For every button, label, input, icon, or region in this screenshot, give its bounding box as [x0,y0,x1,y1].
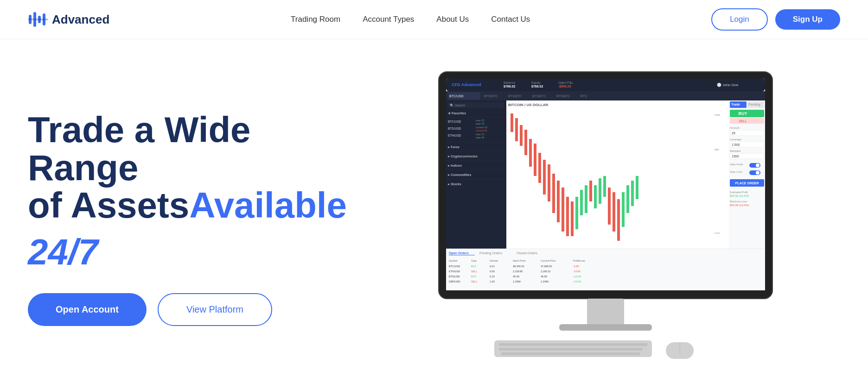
login-button[interactable]: Login [711,8,768,31]
svg-text:37,890.50: 37,890.50 [541,265,552,268]
svg-text:45.30: 45.30 [513,275,519,278]
svg-text:BTC/USD: BTC/USD [448,120,461,123]
svg-text:near 51: near 51 [476,133,485,136]
svg-text:$766.02: $766.02 [531,85,543,88]
svg-text:SELL: SELL [471,280,477,283]
svg-rect-53 [520,125,523,146]
svg-text:▸ Stocks: ▸ Stocks [448,182,461,186]
svg-rect-57 [538,153,541,183]
svg-text:46.80: 46.80 [541,275,547,278]
svg-text:Mid: Mid [715,148,719,151]
monitor-illustration: CFD Advanced Balance $766.02 Equity $766… [429,67,782,370]
svg-text:near 22: near 22 [476,119,485,122]
svg-rect-153 [501,352,640,355]
svg-text:Type: Type [471,259,477,262]
svg-text:-5.60: -5.60 [573,265,579,268]
svg-text:-$559.25: -$559.25 [558,85,571,88]
svg-text:CFD Advanced: CFD Advanced [452,82,481,87]
svg-rect-59 [548,164,550,201]
svg-text:Multiplier: Multiplier [730,150,741,152]
svg-text:BUY: BUY [471,275,477,278]
svg-rect-149 [559,324,652,331]
nav-about-us[interactable]: About Us [436,15,469,24]
svg-rect-74 [617,199,620,241]
svg-text:Estimated Profit: Estimated Profit [730,191,748,194]
svg-text:Open Price: Open Price [513,259,526,262]
svg-text:Take Profit: Take Profit [730,163,743,166]
svg-rect-58 [543,160,546,194]
svg-rect-61 [557,181,560,222]
logo-icon [28,11,48,28]
svg-rect-76 [626,185,629,213]
svg-text:ETH/USD: ETH/USD [449,270,460,273]
svg-text:BTS/USD: BTS/USD [448,127,461,130]
svg-text:near 44: near 44 [476,136,485,139]
svg-text:2,180.10: 2,180.10 [541,270,550,273]
svg-text:$25.50 (12.5%): $25.50 (12.5%) [730,194,749,197]
svg-text:current 81: current 81 [476,129,487,132]
svg-text:High: High [715,113,720,116]
signup-button[interactable]: Sign Up [775,9,840,30]
svg-text:Open P&L: Open P&L [558,81,573,85]
svg-rect-54 [524,130,527,155]
svg-rect-64 [571,201,574,236]
svg-rect-66 [580,190,583,215]
svg-rect-71 [603,176,606,197]
svg-text:▸ Cryptocurrencies: ▸ Cryptocurrencies [448,155,478,158]
svg-text:1.2560: 1.2560 [513,280,521,283]
hero-title-line1: Trade a Wide Range [28,109,250,188]
svg-text:Current Price: Current Price [541,259,555,262]
svg-text:▸ Indices: ▸ Indices [448,164,462,167]
svg-text:1500: 1500 [732,155,739,158]
nav-account-types[interactable]: Account Types [363,15,414,24]
svg-rect-55 [529,139,532,167]
svg-text:BTS/BTC: BTS/BTC [484,94,498,98]
svg-rect-67 [585,185,587,213]
svg-text:SELL: SELL [471,270,477,273]
hero-content: Trade a Wide Range of AssetsAvailable 24… [28,111,352,326]
svg-text:Pending Orders: Pending Orders [479,251,503,255]
svg-text:BITCOIN / US DOLLAR: BITCOIN / US DOLLAR [508,103,548,107]
svg-rect-65 [575,197,578,229]
svg-text:★ Favorites: ★ Favorites [448,112,466,115]
svg-text:BTS: BTS [581,94,587,98]
view-platform-button[interactable]: View Platform [158,293,272,326]
svg-text:Equity: Equity [531,81,541,85]
svg-text:BTC/USD: BTC/USD [449,265,460,268]
open-account-button[interactable]: Open Account [28,293,147,326]
nav-contact-us[interactable]: Contact Us [491,15,530,24]
svg-text:near 32: near 32 [476,122,485,125]
svg-text:⚪ John Doe: ⚪ John Doe [717,82,739,87]
svg-rect-56 [534,144,536,176]
logo-brand-text: Advanced [52,13,109,27]
svg-text:+70.00: +70.00 [573,280,581,283]
svg-text:BTS/USD: BTS/USD [449,275,460,278]
svg-text:-14.65: -14.65 [573,270,581,273]
svg-rect-68 [589,181,592,201]
svg-text:current 53: current 53 [476,126,487,129]
svg-text:▸ Commodities: ▸ Commodities [448,173,471,176]
svg-text:0.01: 0.01 [490,265,495,268]
svg-point-102 [756,163,760,167]
svg-text:+15.00: +15.00 [573,275,581,278]
svg-rect-63 [566,197,569,236]
svg-text:Trade: Trade [731,103,740,106]
svg-text:2,150.80: 2,150.80 [513,270,523,273]
hero-buttons: Open Account View Platform [28,293,352,326]
hero-title: Trade a Wide Range of AssetsAvailable [28,111,352,225]
svg-text:1:500: 1:500 [732,143,740,146]
svg-text:PLACE ORDER: PLACE ORDER [735,182,759,185]
svg-text:Symbol: Symbol [449,259,457,262]
svg-text:BUY: BUY [738,111,747,116]
svg-text:BTS/BTC: BTS/BTC [532,94,546,98]
svg-text:Low: Low [715,232,720,234]
svg-text:Amount: Amount [730,126,740,129]
svg-rect-73 [613,192,615,232]
svg-text:Leverage: Leverage [730,138,742,141]
svg-rect-151 [499,343,647,346]
svg-rect-152 [499,348,643,351]
svg-text:Profit/Loss: Profit/Loss [573,259,585,262]
nav-trading-room[interactable]: Trading Room [291,15,340,24]
svg-rect-112 [446,249,765,290]
svg-text:Stop Loss: Stop Loss [730,170,742,173]
